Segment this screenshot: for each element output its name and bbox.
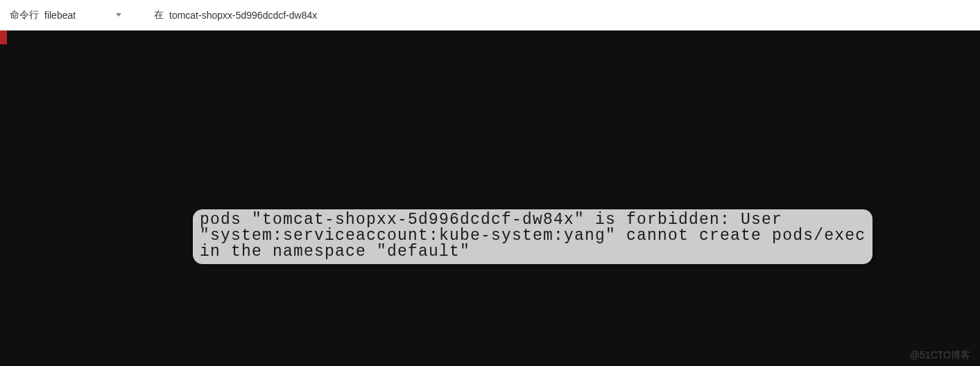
error-tooltip: pods "tomcat-shopxx-5d996dcdcf-dw84x" is…: [193, 209, 872, 264]
chevron-down-icon: [116, 13, 121, 17]
pod-name-text: tomcat-shopxx-5d996dcdcf-dw84x: [169, 10, 317, 21]
terminal-output-area[interactable]: pods "tomcat-shopxx-5d996dcdcf-dw84x" is…: [0, 31, 980, 366]
watermark-text: @51CTO博客: [910, 349, 970, 362]
at-label: 在: [154, 9, 164, 21]
selected-container-value: filebeat: [44, 10, 76, 21]
container-select-dropdown[interactable]: filebeat: [44, 10, 135, 21]
terminal-toolbar: 命令行 filebeat 在 tomcat-shopxx-5d996dcdcf-…: [0, 0, 980, 31]
command-line-label: 命令行: [10, 9, 39, 21]
terminal-cursor: [0, 31, 7, 44]
